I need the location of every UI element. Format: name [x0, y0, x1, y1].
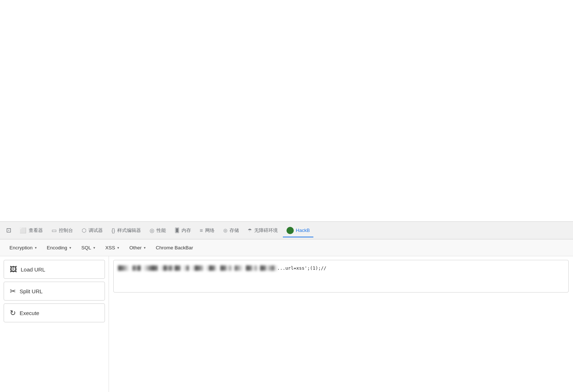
side-panel: 🖼 Load URL ✂ Split URL ↻ Execute	[0, 256, 109, 392]
encryption-dropdown-icon: ▾	[35, 246, 37, 250]
console-tab-icon: ▭	[52, 227, 57, 234]
load-url-icon: 🖼	[10, 265, 17, 274]
encoding-dropdown-icon: ▾	[69, 246, 71, 250]
inspector-icon: ⊡	[6, 226, 11, 234]
devtools-toolbar-wrapper: ⊡ ⬜ 查看器 ▭ 控制台 ⬡ 调试器 {} 样式编辑器 ◎ 性能 🂠 内存	[0, 221, 573, 240]
chrome-backbar-btn[interactable]: Chrome BackBar	[151, 242, 198, 254]
split-url-label: Split URL	[20, 288, 42, 294]
execute-label: Execute	[20, 310, 39, 316]
split-url-icon: ✂	[10, 287, 16, 295]
other-label: Other	[129, 245, 142, 250]
tab-performance[interactable]: ◎ 性能	[146, 224, 170, 237]
load-url-button[interactable]: 🖼 Load URL	[4, 260, 105, 279]
inspector-icon-btn[interactable]: ⊡	[3, 225, 15, 236]
encryption-btn[interactable]: Encryption ▾	[4, 242, 42, 254]
url-area: █▓▒░ ▓▒█ ░▒▓█▓ ░█▒▓░█▓ ░▓ ░█▓▒ ░█▓░ █▓░▒…	[109, 256, 573, 392]
chrome-backbar-label: Chrome BackBar	[156, 245, 193, 250]
tab-debugger[interactable]: ⬡ 调试器	[78, 224, 106, 237]
sql-btn[interactable]: SQL ▾	[76, 242, 100, 254]
main-content-area	[0, 0, 573, 221]
xss-dropdown-icon: ▾	[117, 246, 119, 250]
sql-dropdown-icon: ▾	[93, 246, 95, 250]
url-visible-end: ...url=xss';(1);//	[277, 265, 326, 271]
inspector-tab-label: 查看器	[29, 227, 43, 234]
tab-network[interactable]: ≡ 网络	[196, 224, 218, 237]
encoding-btn[interactable]: Encoding ▾	[42, 242, 76, 254]
bottom-section: 🖼 Load URL ✂ Split URL ↻ Execute █▓▒░ ▓▒…	[0, 256, 573, 392]
network-tab-icon: ≡	[200, 227, 203, 233]
other-dropdown-icon: ▾	[144, 246, 146, 250]
accessibility-tab-label: 无障碍环境	[254, 227, 278, 234]
debugger-tab-label: 调试器	[89, 227, 103, 234]
url-input[interactable]: █▓▒░ ▓▒█ ░▒▓█▓ ░█▒▓░█▓ ░▓ ░█▓▒ ░█▓░ █▓░▒…	[113, 260, 569, 293]
tab-console[interactable]: ▭ 控制台	[48, 224, 77, 237]
inspector-tab-icon: ⬜	[20, 227, 27, 234]
style-editor-tab-icon: {}	[111, 227, 115, 233]
execute-icon: ↻	[10, 309, 16, 317]
plugin-toolbar: Encryption ▾ Encoding ▾ SQL ▾ XSS ▾ Othe…	[0, 240, 573, 256]
storage-tab-icon: ◎	[223, 228, 227, 233]
tab-memory[interactable]: 🂠 内存	[171, 224, 195, 237]
other-btn[interactable]: Other ▾	[124, 242, 151, 254]
tab-accessibility[interactable]: ☂ 无障碍环境	[244, 224, 281, 237]
xss-label: XSS	[105, 245, 115, 250]
tab-style-editor[interactable]: {} 样式编辑器	[108, 224, 145, 237]
performance-tab-label: 性能	[157, 227, 166, 234]
tab-hackbar[interactable]: HackB	[283, 224, 313, 237]
hackbar-icon	[286, 227, 294, 234]
url-masked-prefix: █▓▒░ ▓▒█ ░▒▓█▓ ░█▒▓░█▓ ░▓ ░█▓▒ ░█▓░ █▓░▒…	[118, 265, 277, 271]
console-tab-label: 控制台	[59, 227, 73, 234]
split-url-button[interactable]: ✂ Split URL	[4, 282, 105, 301]
memory-tab-label: 内存	[182, 227, 191, 234]
load-url-label: Load URL	[21, 266, 45, 273]
accessibility-tab-icon: ☂	[248, 228, 252, 233]
execute-button[interactable]: ↻ Execute	[4, 303, 105, 322]
encoding-label: Encoding	[47, 245, 67, 250]
xss-btn[interactable]: XSS ▾	[100, 242, 124, 254]
debugger-tab-icon: ⬡	[82, 227, 86, 234]
memory-tab-icon: 🂠	[175, 228, 179, 233]
performance-tab-icon: ◎	[150, 227, 154, 234]
encryption-label: Encryption	[9, 245, 33, 250]
devtools-toolbar: ⊡ ⬜ 查看器 ▭ 控制台 ⬡ 调试器 {} 样式编辑器 ◎ 性能 🂠 内存	[0, 221, 573, 240]
hackbar-label: HackB	[296, 228, 310, 233]
storage-tab-label: 存储	[229, 227, 239, 234]
tab-storage[interactable]: ◎ 存储	[220, 224, 243, 237]
style-editor-tab-label: 样式编辑器	[117, 227, 141, 234]
network-tab-label: 网络	[205, 227, 215, 234]
tab-inspector[interactable]: ⬜ 查看器	[16, 224, 46, 237]
sql-label: SQL	[81, 245, 91, 250]
